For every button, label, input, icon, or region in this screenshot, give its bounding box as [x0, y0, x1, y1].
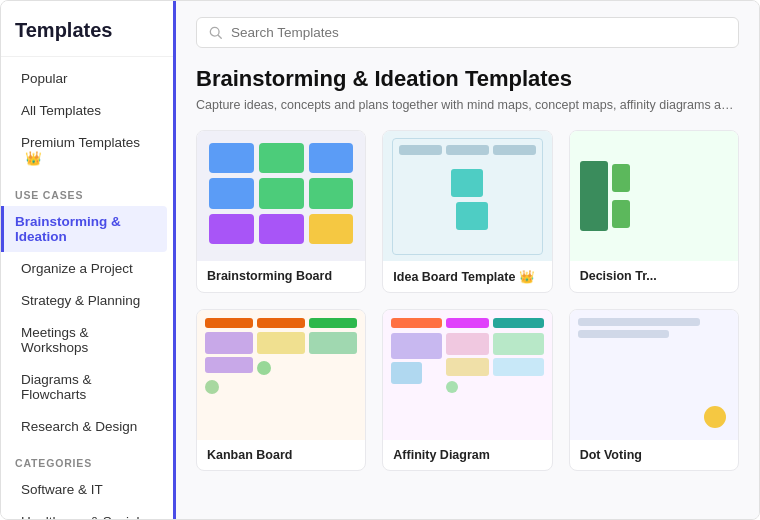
sidebar-item-all-templates[interactable]: All Templates — [7, 95, 167, 126]
template-thumbnail-dot-voting — [570, 310, 738, 440]
page-title: Brainstorming & Ideation Templates — [196, 66, 739, 92]
template-label-brainstorming-board: Brainstorming Board — [197, 261, 365, 291]
sidebar-item-meetings[interactable]: Meetings & Workshops — [7, 317, 167, 363]
template-label-dot-voting: Dot Voting — [570, 440, 738, 470]
template-card-idea-board[interactable]: Idea Board Template 👑 — [382, 130, 552, 293]
crown-icon: 👑 — [25, 151, 42, 166]
sidebar-item-software[interactable]: Software & IT — [7, 474, 167, 505]
search-input[interactable] — [231, 25, 726, 40]
crown-icon-idea-board: 👑 — [519, 269, 535, 284]
template-card-kanban[interactable]: Kanban Board — [196, 309, 366, 471]
sidebar-item-organize[interactable]: Organize a Project — [7, 253, 167, 284]
sidebar-item-strategy[interactable]: Strategy & Planning — [7, 285, 167, 316]
sidebar-item-research[interactable]: Research & Design — [7, 411, 167, 442]
sidebar-item-diagrams[interactable]: Diagrams & Flowcharts — [7, 364, 167, 410]
main-content: Brainstorming & Ideation Templates Captu… — [176, 1, 759, 519]
template-card-dot-voting[interactable]: Dot Voting — [569, 309, 739, 471]
svg-line-1 — [218, 35, 221, 38]
template-thumbnail-idea-board — [383, 131, 551, 261]
sidebar-title: Templates — [1, 1, 173, 57]
template-card-brainstorming-board[interactable]: Brainstorming Board — [196, 130, 366, 293]
template-label-kanban: Kanban Board — [197, 440, 365, 470]
template-thumbnail-kanban — [197, 310, 365, 440]
template-thumbnail-decision-tree — [570, 131, 738, 261]
template-label-affinity: Affinity Diagram — [383, 440, 551, 470]
template-grid: Brainstorming Board — [196, 130, 739, 471]
use-cases-section-label: USE CASES — [1, 175, 173, 205]
sidebar-item-healthcare[interactable]: Healthcare & Social — [7, 506, 167, 520]
template-label-idea-board: Idea Board Template 👑 — [383, 261, 551, 292]
template-label-decision-tree: Decision Tr... — [570, 261, 738, 291]
sidebar: Templates Popular All Templates Premium … — [1, 1, 176, 520]
sidebar-item-premium-templates[interactable]: Premium Templates👑 — [7, 127, 167, 174]
page-description: Capture ideas, concepts and plans togeth… — [196, 98, 739, 112]
template-thumbnail-affinity — [383, 310, 551, 440]
categories-section-label: CATEGORIES — [1, 443, 173, 473]
template-card-affinity[interactable]: Affinity Diagram — [382, 309, 552, 471]
search-bar[interactable] — [196, 17, 739, 48]
template-thumbnail-brainstorming-board — [197, 131, 365, 261]
search-icon — [209, 26, 223, 40]
sidebar-item-brainstorming[interactable]: Brainstorming & Ideation — [1, 206, 167, 252]
template-card-decision-tree[interactable]: Decision Tr... — [569, 130, 739, 293]
sidebar-item-popular[interactable]: Popular — [7, 63, 167, 94]
